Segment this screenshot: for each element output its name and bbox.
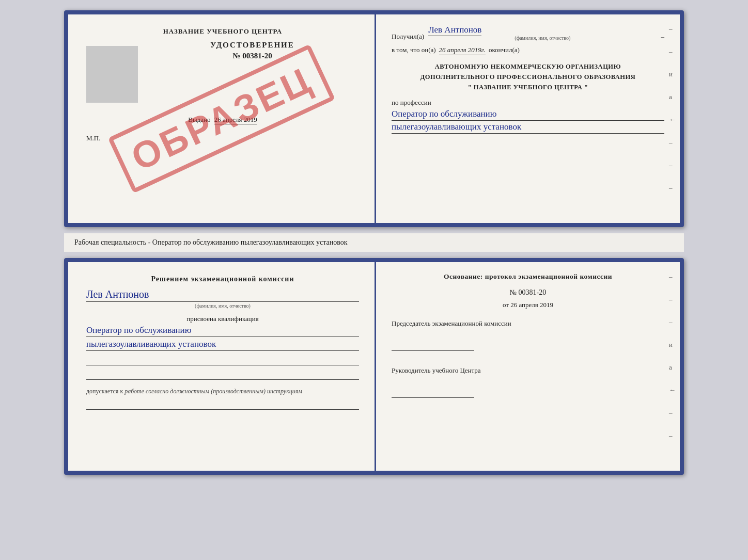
director-role: Руководитель учебного Центра xyxy=(392,366,664,375)
bsd8: – xyxy=(669,431,676,440)
protocol-number: № 00381-20 xyxy=(392,289,664,297)
issued-date: 26 апреля 2019 xyxy=(214,116,257,124)
blank-line-2 xyxy=(86,370,359,380)
sd7: – xyxy=(669,161,676,169)
protocol-date: от 26 апреля 2019 xyxy=(392,301,664,309)
org-line1: АВТОНОМНУЮ НЕКОММЕРЧЕСКУЮ ОРГАНИЗАЦИЮ xyxy=(392,61,664,72)
date-line: в том, что он(а) 26 апреля 2019г. окончи… xyxy=(392,46,664,55)
sd6: – xyxy=(669,138,676,147)
admission-prefix: допускается к xyxy=(86,388,123,395)
bsd5: а xyxy=(669,363,676,372)
side-dashes-bottom: – – – и а ← – – xyxy=(669,273,676,440)
bsd6: ← xyxy=(669,386,676,394)
bsd4: и xyxy=(669,341,676,349)
side-dashes-top: – – и а ← – – – xyxy=(669,25,676,192)
blank-line-1 xyxy=(86,355,359,365)
person-name: Лев Антпонов xyxy=(86,289,359,302)
admission-italic: работе согласно должностным (производств… xyxy=(124,388,302,395)
mp-line: М.П. xyxy=(86,134,359,142)
assigned-label: присвоена квалификация xyxy=(86,315,359,323)
right-dash-1: – xyxy=(661,33,665,41)
top-left-page: НАЗВАНИЕ УЧЕБНОГО ЦЕНТРА УДОСТОВЕРЕНИЕ №… xyxy=(68,14,376,223)
director-block: Руководитель учебного Центра xyxy=(392,366,664,398)
certificate-label: УДОСТОВЕРЕНИЕ xyxy=(146,41,359,50)
bsd2: – xyxy=(669,295,676,303)
admission-text: допускается к работе согласно должностны… xyxy=(86,388,359,395)
recipient-prefix: Получил(а) xyxy=(392,33,424,41)
fio-hint: (фамилия, имя, отчество) xyxy=(491,35,594,41)
finished-label: окончил(а) xyxy=(489,46,520,54)
document-container: НАЗВАНИЕ УЧЕБНОГО ЦЕНТРА УДОСТОВЕРЕНИЕ №… xyxy=(64,10,684,475)
top-right-page: Получил(а) Лев Антпонов (фамилия, имя, о… xyxy=(376,14,680,223)
org-line2: ДОПОЛНИТЕЛЬНОГО ПРОФЕССИОНАЛЬНОГО ОБРАЗО… xyxy=(392,72,664,82)
sd3: и xyxy=(669,70,676,78)
sd1: – xyxy=(669,25,676,33)
org-block: АВТОНОМНУЮ НЕКОММЕРЧЕСКУЮ ОРГАНИЗАЦИЮ ДО… xyxy=(392,61,664,92)
bsd1: – xyxy=(669,273,676,281)
profession-line2: пылегазоулавливающих установок xyxy=(392,122,664,134)
issued-label: Выдано xyxy=(188,116,210,123)
sd5: ← xyxy=(669,116,676,124)
sd8: – xyxy=(669,184,676,192)
bsd7: – xyxy=(669,409,676,417)
top-certificate-book: НАЗВАНИЕ УЧЕБНОГО ЦЕНТРА УДОСТОВЕРЕНИЕ №… xyxy=(64,10,684,227)
qual-fio-hint: (фамилия, имя, отчество) xyxy=(171,303,274,309)
org-line3: " НАЗВАНИЕ УЧЕБНОГО ЦЕНТРА " xyxy=(392,82,664,92)
decision-heading: Решением экзаменационной комиссии xyxy=(86,275,359,283)
recipient-name: Лев Антпонов xyxy=(428,25,481,36)
basis-heading: Основание: протокол экзаменационной коми… xyxy=(392,273,664,281)
photo-placeholder xyxy=(86,46,138,103)
qual-right-page: Основание: протокол экзаменационной коми… xyxy=(376,262,680,471)
recipient-line: Получил(а) Лев Антпонов (фамилия, имя, о… xyxy=(392,25,664,41)
school-title: НАЗВАНИЕ УЧЕБНОГО ЦЕНТРА xyxy=(86,27,359,36)
protocol-date-prefix: от xyxy=(503,301,509,309)
profession-line1: Оператор по обслуживанию xyxy=(392,109,664,121)
qual-line1: Оператор по обслуживанию xyxy=(86,325,359,337)
bsd3: – xyxy=(669,318,676,326)
sd2: – xyxy=(669,47,676,56)
blank-line-3 xyxy=(86,399,359,410)
bottom-qualification-book: Решением экзаменационной комиссии Лев Ан… xyxy=(64,258,684,475)
director-sig-line xyxy=(392,388,474,398)
chairman-role: Председатель экзаменационной комиссии xyxy=(392,319,664,328)
protocol-date-value: 26 апреля 2019 xyxy=(510,301,553,309)
chairman-block: Председатель экзаменационной комиссии xyxy=(392,319,664,351)
chairman-sig-line xyxy=(392,341,474,351)
middle-label: Рабочая специальность - Оператор по обсл… xyxy=(64,233,684,252)
sd4: а xyxy=(669,93,676,101)
qual-line2: пылегазоулавливающих установок xyxy=(86,339,359,351)
date-prefix: в том, что он(а) xyxy=(392,46,436,54)
issued-line: Выдано 26 апреля 2019 xyxy=(86,116,359,124)
qual-left-page: Решением экзаменационной комиссии Лев Ан… xyxy=(68,262,376,471)
date-value: 26 апреля 2019г. xyxy=(439,46,486,55)
certificate-number: № 00381-20 xyxy=(146,52,359,60)
profession-label: по профессии xyxy=(392,99,664,107)
